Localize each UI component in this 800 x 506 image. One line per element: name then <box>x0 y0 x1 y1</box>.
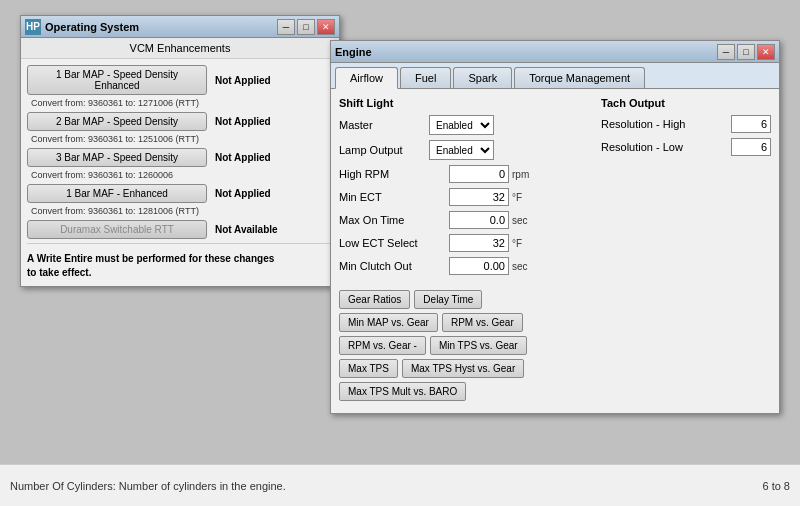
os-minimize-button[interactable]: ─ <box>277 19 295 35</box>
os-write-note: A Write Entire must be performed for the… <box>27 252 333 280</box>
os-restore-button[interactable]: □ <box>297 19 315 35</box>
max-on-time-input[interactable] <box>449 211 509 229</box>
low-ect-input[interactable] <box>449 234 509 252</box>
gear-row-4: Max TPS Max TPS Hyst vs. Gear <box>339 359 771 378</box>
rpm-vs-gear-minus-btn[interactable]: RPM vs. Gear - <box>339 336 426 355</box>
vcm-btn-4[interactable]: 1 Bar MAF - Enhanced <box>27 184 207 203</box>
status-text: Number Of Cylinders: Number of cylinders… <box>10 480 286 492</box>
vcm-convert-1: Convert from: 9360361 to: 1271006 (RTT) <box>31 98 333 108</box>
vcm-row-4: 1 Bar MAF - Enhanced Not Applied <box>27 184 333 203</box>
lamp-output-row: Lamp Output Enabled Disabled <box>339 140 591 160</box>
tach-high-row: Resolution - High <box>601 115 771 133</box>
status-right: 6 to 8 <box>762 480 790 492</box>
high-rpm-unit: rpm <box>512 169 529 180</box>
high-rpm-label: High RPM <box>339 168 449 180</box>
os-window-title: Operating System <box>45 21 277 33</box>
vcm-btn-1[interactable]: 1 Bar MAP - Speed Density Enhanced <box>27 65 207 95</box>
engine-tab-bar: Airflow Fuel Spark Torque Management <box>331 63 779 89</box>
status-bar: Number Of Cylinders: Number of cylinders… <box>0 464 800 506</box>
vcm-btn-5[interactable]: Duramax Switchable RTT <box>27 220 207 239</box>
tab-fuel[interactable]: Fuel <box>400 67 451 88</box>
os-window: HP Operating System ─ □ ✕ VCM Enhancemen… <box>20 15 340 287</box>
vcm-row-2: 2 Bar MAP - Speed Density Not Applied <box>27 112 333 131</box>
min-ect-input[interactable] <box>449 188 509 206</box>
os-window-controls: ─ □ ✕ <box>277 19 335 35</box>
max-tps-btn[interactable]: Max TPS <box>339 359 398 378</box>
lamp-output-select[interactable]: Enabled Disabled <box>429 140 494 160</box>
vcm-status-1: Not Applied <box>215 75 271 86</box>
vcm-btn-3[interactable]: 3 Bar MAP - Speed Density <box>27 148 207 167</box>
tab-spark[interactable]: Spark <box>453 67 512 88</box>
engine-window: Engine ─ □ ✕ Airflow Fuel Spark Torque M… <box>330 40 780 414</box>
vcm-status-2: Not Applied <box>215 116 271 127</box>
low-ect-unit: °F <box>512 238 522 249</box>
engine-title-bar[interactable]: Engine ─ □ ✕ <box>331 41 779 63</box>
min-clutch-out-row: Min Clutch Out sec <box>339 257 591 275</box>
engine-window-title: Engine <box>335 46 717 58</box>
high-rpm-input[interactable] <box>449 165 509 183</box>
max-tps-hyst-vs-gear-btn[interactable]: Max TPS Hyst vs. Gear <box>402 359 524 378</box>
min-tps-vs-gear-btn[interactable]: Min TPS vs. Gear <box>430 336 527 355</box>
lamp-output-label: Lamp Output <box>339 144 429 156</box>
low-ect-label: Low ECT Select <box>339 237 449 249</box>
vcm-convert-4: Convert from: 9360361 to: 1281006 (RTT) <box>31 206 333 216</box>
max-on-time-label: Max On Time <box>339 214 449 226</box>
min-clutch-out-input[interactable] <box>449 257 509 275</box>
tach-high-input[interactable] <box>731 115 771 133</box>
vcm-status-4: Not Applied <box>215 188 271 199</box>
engine-close-button[interactable]: ✕ <box>757 44 775 60</box>
min-clutch-out-label: Min Clutch Out <box>339 260 449 272</box>
vcm-btn-2[interactable]: 2 Bar MAP - Speed Density <box>27 112 207 131</box>
vcm-status-5: Not Available <box>215 224 278 235</box>
min-map-vs-gear-btn[interactable]: Min MAP vs. Gear <box>339 313 438 332</box>
engine-content: Shift Light Master Enabled Disabled Lamp… <box>331 89 779 413</box>
rpm-vs-gear-btn[interactable]: RPM vs. Gear <box>442 313 523 332</box>
os-title-bar[interactable]: HP Operating System ─ □ ✕ <box>21 16 339 38</box>
os-subtitle: VCM Enhancements <box>21 38 339 59</box>
max-on-time-unit: sec <box>512 215 528 226</box>
max-tps-mult-vs-baro-btn[interactable]: Max TPS Mult vs. BARO <box>339 382 466 401</box>
shift-light-section: Shift Light Master Enabled Disabled Lamp… <box>339 97 591 280</box>
vcm-convert-2: Convert from: 9360361 to: 1251006 (RTT) <box>31 134 333 144</box>
shift-light-title: Shift Light <box>339 97 591 109</box>
tach-low-label: Resolution - Low <box>601 141 731 153</box>
vcm-row-5: Duramax Switchable RTT Not Available <box>27 220 333 239</box>
engine-two-col: Shift Light Master Enabled Disabled Lamp… <box>339 97 771 280</box>
tach-high-label: Resolution - High <box>601 118 731 130</box>
min-ect-unit: °F <box>512 192 522 203</box>
vcm-row-3: 3 Bar MAP - Speed Density Not Applied <box>27 148 333 167</box>
tach-low-row: Resolution - Low <box>601 138 771 156</box>
tach-output-title: Tach Output <box>601 97 771 109</box>
gear-ratios-btn[interactable]: Gear Ratios <box>339 290 410 309</box>
min-ect-label: Min ECT <box>339 191 449 203</box>
vcm-convert-3: Convert from: 9360361 to: 1260006 <box>31 170 333 180</box>
gear-row-2: Min MAP vs. Gear RPM vs. Gear <box>339 313 771 332</box>
os-close-button[interactable]: ✕ <box>317 19 335 35</box>
engine-window-controls: ─ □ ✕ <box>717 44 775 60</box>
gear-row-5: Max TPS Mult vs. BARO <box>339 382 771 401</box>
min-clutch-out-unit: sec <box>512 261 528 272</box>
tach-low-input[interactable] <box>731 138 771 156</box>
vcm-status-3: Not Applied <box>215 152 271 163</box>
engine-minimize-button[interactable]: ─ <box>717 44 735 60</box>
master-row: Master Enabled Disabled <box>339 115 591 135</box>
gear-buttons-section: Gear Ratios Delay Time Min MAP vs. Gear … <box>339 290 771 401</box>
delay-time-btn[interactable]: Delay Time <box>414 290 482 309</box>
min-ect-row: Min ECT °F <box>339 188 591 206</box>
low-ect-row: Low ECT Select °F <box>339 234 591 252</box>
high-rpm-row: High RPM rpm <box>339 165 591 183</box>
master-label: Master <box>339 119 429 131</box>
os-window-icon: HP <box>25 19 41 35</box>
engine-restore-button[interactable]: □ <box>737 44 755 60</box>
gear-row-1: Gear Ratios Delay Time <box>339 290 771 309</box>
tach-output-section: Tach Output Resolution - High Resolution… <box>601 97 771 280</box>
tab-airflow[interactable]: Airflow <box>335 67 398 89</box>
os-content: 1 Bar MAP - Speed Density Enhanced Not A… <box>21 59 339 286</box>
gear-row-3: RPM vs. Gear - Min TPS vs. Gear <box>339 336 771 355</box>
vcm-row-1: 1 Bar MAP - Speed Density Enhanced Not A… <box>27 65 333 95</box>
master-select[interactable]: Enabled Disabled <box>429 115 494 135</box>
max-on-time-row: Max On Time sec <box>339 211 591 229</box>
tab-torque-management[interactable]: Torque Management <box>514 67 645 88</box>
